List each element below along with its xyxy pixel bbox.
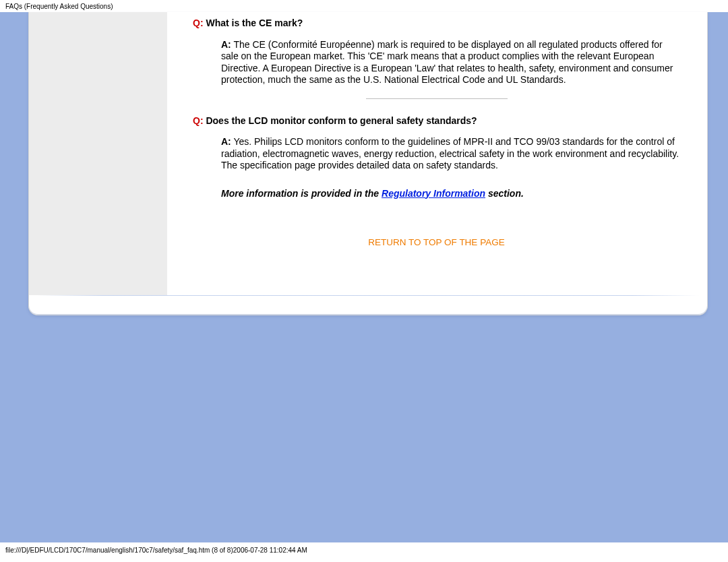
q-text: Does the LCD monitor conform to general …	[204, 115, 477, 126]
faq-item-2: Q: Does the LCD monitor conform to gener…	[193, 115, 680, 172]
a-prefix: A:	[221, 136, 231, 147]
info-line: More information is provided in the Regu…	[193, 188, 680, 200]
faq-item-1: Q: What is the CE mark? A: The CE (Confo…	[193, 18, 680, 86]
page-background: Q: What is the CE mark? A: The CE (Confo…	[0, 12, 728, 542]
faq-question-2: Q: Does the LCD monitor conform to gener…	[193, 115, 680, 127]
info-pre: More information is provided in the	[221, 188, 382, 199]
content-card: Q: What is the CE mark? A: The CE (Confo…	[28, 12, 708, 315]
regulatory-information-link[interactable]: Regulatory Information	[382, 188, 485, 199]
faq-answer-2: A: Yes. Philips LCD monitors conform to …	[193, 136, 680, 172]
page-footer-path: file:///D|/EDFU/LCD/170C7/manual/english…	[0, 542, 728, 554]
divider	[366, 98, 508, 99]
main-content: Q: What is the CE mark? A: The CE (Confo…	[167, 12, 707, 295]
info-post: section.	[485, 188, 524, 199]
left-sidebar	[29, 12, 167, 295]
faq-answer-1: A: The CE (Conformité Européenne) mark i…	[193, 39, 680, 86]
faq-question-1: Q: What is the CE mark?	[193, 18, 680, 30]
q-prefix: Q:	[193, 18, 204, 28]
page-header-path: FAQs (Frequently Asked Questions)	[0, 0, 728, 12]
a-text: The CE (Conformité Européenne) mark is r…	[221, 39, 673, 86]
q-prefix: Q:	[193, 115, 204, 126]
a-prefix: A:	[221, 39, 231, 50]
a-text: Yes. Philips LCD monitors conform to the…	[221, 136, 679, 170]
q-text: What is the CE mark?	[204, 18, 303, 28]
return-to-top-link[interactable]: RETURN TO TOP OF THE PAGE	[193, 237, 680, 249]
